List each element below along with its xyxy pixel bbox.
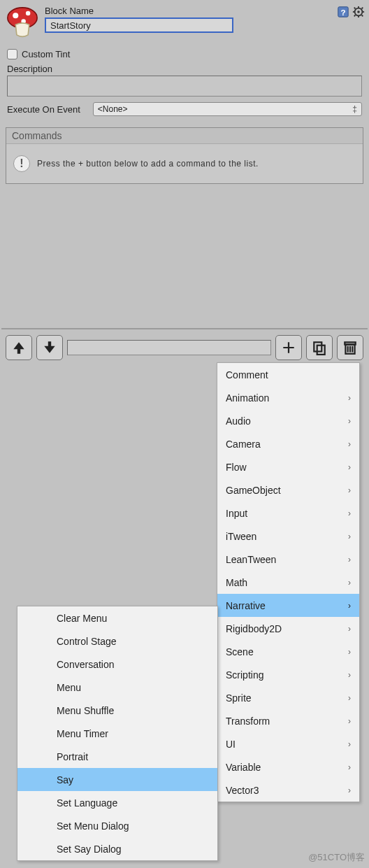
chevron-right-icon: › (348, 762, 351, 772)
chevron-right-icon: › (348, 416, 351, 426)
execute-event-value: <None> (98, 104, 128, 114)
submenu-item[interactable]: Say (17, 768, 217, 791)
submenu-item-label: Clear Menu (57, 613, 107, 624)
menu-item-label: Audio (226, 415, 251, 427)
gear-icon[interactable] (352, 6, 365, 18)
menu-item[interactable]: Sprite› (217, 686, 359, 709)
menu-item-label: Math (226, 577, 247, 588)
menu-item[interactable]: GameObject› (217, 478, 359, 501)
menu-item-label: Variable (226, 762, 261, 773)
custom-tint-row: Custom Tint (7, 49, 362, 59)
submenu-item[interactable]: Set Menu Dialog (17, 814, 217, 837)
move-up-button[interactable] (6, 335, 32, 360)
menu-item[interactable]: Vector3› (217, 778, 359, 802)
chevron-right-icon: › (348, 532, 351, 541)
chevron-right-icon: › (348, 716, 351, 726)
empty-area (0, 188, 369, 328)
arrow-up-icon (11, 340, 27, 355)
submenu-item-label: Say (57, 774, 73, 785)
info-icon: ! (13, 155, 30, 172)
menu-item-label: Vector3 (226, 785, 259, 796)
submenu-item[interactable]: Clear Menu (17, 606, 217, 629)
menu-item[interactable]: Scene› (217, 640, 359, 663)
svg-point-2 (26, 11, 31, 16)
description-label: Description (7, 64, 362, 74)
chevron-right-icon: › (348, 647, 351, 657)
command-toolbar (0, 329, 369, 366)
submenu-item[interactable]: Menu Shuffle (17, 699, 217, 722)
submenu-item-label: Portrait (57, 751, 88, 762)
move-down-button[interactable] (36, 335, 63, 360)
submenu-item-label: Set Language (57, 797, 117, 809)
copy-icon (312, 340, 327, 355)
menu-item[interactable]: Audio› (217, 409, 359, 432)
submenu-item-label: Menu Shuffle (57, 705, 114, 716)
block-name-input[interactable] (45, 17, 233, 33)
svg-rect-22 (345, 342, 355, 344)
menu-item[interactable]: Transform› (217, 709, 359, 732)
submenu-item[interactable]: Menu Timer (17, 722, 217, 745)
menu-item[interactable]: Animation› (217, 386, 359, 409)
svg-point-7 (357, 10, 360, 13)
chevron-right-icon: › (348, 555, 351, 564)
command-search-field[interactable] (67, 340, 271, 355)
watermark: @51CTO博客 (308, 851, 365, 864)
menu-item[interactable]: Narrative› (217, 594, 359, 617)
execute-label: Execute On Event (7, 104, 80, 115)
menu-item[interactable]: Scripting› (217, 663, 359, 686)
submenu-item-label: Control Stage (57, 636, 117, 647)
submenu-item-label: Menu (57, 682, 81, 693)
menu-item-label: LeanTween (226, 554, 276, 565)
execute-event-dropdown[interactable]: <None> (93, 102, 362, 116)
svg-line-12 (354, 8, 356, 9)
submenu-item[interactable]: Portrait (17, 745, 217, 768)
add-command-button[interactable] (275, 335, 302, 360)
submenu-item[interactable]: Conversation (17, 653, 217, 676)
chevron-right-icon: › (348, 485, 351, 495)
delete-button[interactable] (337, 335, 363, 360)
execute-row: Execute On Event <None> (7, 102, 362, 116)
submenu-item[interactable]: Menu (17, 676, 217, 699)
menu-item-label: UI (226, 739, 236, 750)
submenu-item[interactable]: Set Language (17, 791, 217, 814)
menu-item-label: Rigidbody2D (226, 623, 282, 634)
menu-item[interactable]: LeanTween› (217, 548, 359, 571)
custom-tint-checkbox[interactable] (7, 49, 17, 59)
commands-body: ! Press the + button below to add a comm… (6, 144, 363, 183)
menu-item[interactable]: Variable› (217, 755, 359, 778)
description-input[interactable] (7, 76, 362, 97)
menu-item-label: Scene (226, 646, 254, 657)
inspector-header: Block Name ? (0, 0, 369, 42)
block-name-label: Block Name (45, 6, 337, 16)
menu-item[interactable]: Comment (217, 363, 359, 386)
submenu-item-label: Set Menu Dialog (57, 820, 129, 832)
menu-item[interactable]: Math› (217, 571, 359, 594)
command-category-menu: CommentAnimation›Audio›Camera›Flow›GameO… (217, 362, 360, 802)
submenu-item[interactable]: Set Say Dialog (17, 837, 217, 860)
menu-item-label: iTween (226, 531, 256, 542)
menu-item-label: Comment (226, 369, 268, 380)
svg-point-1 (13, 13, 18, 18)
submenu-item-label: Set Say Dialog (57, 844, 122, 855)
menu-item[interactable]: Flow› (217, 455, 359, 478)
help-icon[interactable]: ? (337, 6, 349, 18)
chevron-right-icon: › (348, 601, 351, 611)
commands-empty-text: Press the + button below to add a comman… (37, 159, 259, 169)
menu-item[interactable]: UI› (217, 732, 359, 755)
submenu-item[interactable]: Control Stage (17, 629, 217, 653)
menu-item[interactable]: iTween› (217, 525, 359, 548)
menu-item-label: Animation (226, 392, 269, 404)
submenu-item-label: Conversation (57, 659, 115, 670)
menu-item-label: Flow (226, 462, 247, 473)
menu-item[interactable]: Rigidbody2D› (217, 617, 359, 640)
trash-icon (342, 340, 358, 355)
header-fields: Block Name (45, 3, 337, 33)
menu-item[interactable]: Camera› (217, 432, 359, 455)
menu-item-label: Narrative (226, 600, 266, 611)
svg-line-13 (362, 15, 363, 17)
narrative-submenu: Clear MenuControl StageConversationMenuM… (17, 606, 218, 861)
svg-line-14 (362, 8, 363, 9)
menu-item[interactable]: Input› (217, 501, 359, 525)
duplicate-button[interactable] (306, 335, 333, 360)
chevron-right-icon: › (348, 462, 351, 472)
